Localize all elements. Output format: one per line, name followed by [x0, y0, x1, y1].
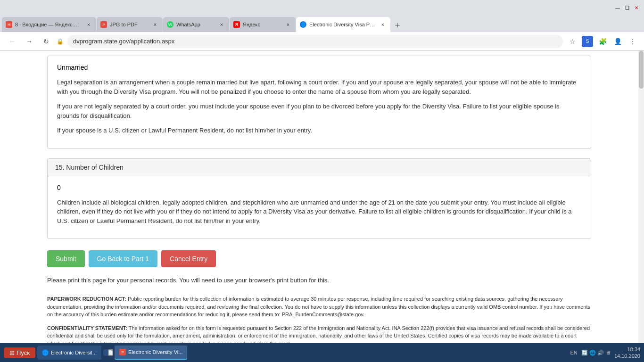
extension-icon[interactable]: S: [582, 36, 593, 47]
title-bar: — ❑ ✕: [0, 0, 644, 15]
minimize-button[interactable]: —: [614, 4, 621, 11]
legal-sep-text-1: Legal separation is an arrangement when …: [57, 78, 581, 96]
taskbar: ⊞ Пуск 🌐 Electronic Diversit... 📄 P Elec…: [0, 343, 644, 362]
ya-favicon: Я: [233, 21, 240, 28]
taskbar-item-2[interactable]: 📄: [103, 349, 113, 356]
page-content: Unmarried Legal separation is an arrange…: [0, 51, 644, 362]
taskbar-icons: 🔄 🌐 🔊 🖥: [581, 350, 611, 356]
tab-wa-title: WhatsApp: [176, 22, 200, 27]
window-controls[interactable]: — ❑ ✕: [614, 4, 640, 11]
marital-value: Unmarried: [57, 64, 581, 71]
children-description: Children include all biological children…: [57, 198, 581, 226]
clock-date: 14.10.2020: [614, 353, 640, 359]
tab-pdf[interactable]: P JPG to PDF ×: [97, 17, 163, 32]
children-body: 0 Children include all biological childr…: [48, 176, 591, 239]
taskbar-label-1: Electronic Diversit...: [51, 350, 97, 355]
lock-icon: 🔒: [57, 38, 64, 45]
marital-section: Unmarried Legal separation is an arrange…: [47, 56, 591, 149]
tab-edv[interactable]: 🌐 Electronic Diversity Visa Program ×: [296, 17, 390, 32]
back-to-part1-button[interactable]: Go Back to Part 1: [89, 250, 158, 267]
back-button[interactable]: ←: [6, 35, 19, 48]
taskbar-label-3: Electronic Diversity Vi...: [128, 349, 182, 355]
taskbar-right: EN 🔄 🌐 🔊 🖥 18:34 14.10.2020: [570, 346, 640, 360]
print-notice: Please print this page for your personal…: [47, 277, 591, 284]
tab-edv-close[interactable]: ×: [379, 21, 387, 28]
reload-button[interactable]: ↻: [40, 35, 53, 48]
wa-favicon: W: [167, 21, 173, 28]
tab-mail[interactable]: ✉ 8 · Входящие — Яндекс.Почта ×: [2, 17, 96, 32]
extensions-icon[interactable]: 🧩: [597, 36, 608, 47]
mail-favicon: ✉: [6, 21, 12, 28]
children-value: 0: [57, 184, 581, 191]
legal-sep-text-2: If you are not legally separated by a co…: [57, 102, 581, 120]
tab-pdf-close[interactable]: ×: [151, 21, 159, 28]
submit-button[interactable]: Submit: [47, 250, 85, 267]
tab-mail-title: 8 · Входящие — Яндекс.Почта: [15, 22, 82, 27]
tab-yandex[interactable]: Я Яндекс ×: [230, 17, 296, 32]
bookmark-icon[interactable]: ☆: [567, 36, 578, 47]
account-icon[interactable]: 👤: [612, 36, 623, 47]
tab-ya-close[interactable]: ×: [284, 21, 292, 28]
scroll-thumb[interactable]: [639, 51, 644, 89]
menu-icon[interactable]: ⋮: [627, 36, 638, 47]
taskbar-favicon-1: 🌐: [42, 349, 49, 356]
new-tab-button[interactable]: +: [391, 19, 404, 32]
children-header: 15. Number of Children: [48, 159, 591, 176]
pdf-favicon: P: [100, 21, 107, 28]
tab-bar: ✉ 8 · Входящие — Яндекс.Почта × P JPG to…: [0, 15, 644, 32]
paperwork-section: PAPERWORK REDUCTION ACT: Public reportin…: [47, 295, 591, 319]
taskbar-item-3[interactable]: P Electronic Diversity Vi...: [115, 346, 187, 360]
tab-ya-title: Яндекс: [243, 22, 260, 27]
restore-button[interactable]: ❑: [623, 4, 631, 11]
button-row: Submit Go Back to Part 1 Cancel Entry: [47, 250, 591, 267]
cancel-entry-button[interactable]: Cancel Entry: [161, 250, 216, 267]
address-bar: ← → ↻ 🔒 ☆ S 🧩 👤 ⋮: [0, 32, 644, 51]
tab-whatsapp[interactable]: W WhatsApp ×: [163, 17, 229, 32]
taskbar-item-1[interactable]: 🌐 Electronic Diversit...: [37, 346, 101, 360]
tab-wa-close[interactable]: ×: [218, 21, 225, 28]
forward-button[interactable]: →: [23, 35, 36, 48]
tab-mail-close[interactable]: ×: [85, 21, 92, 28]
start-label: Пуск: [17, 349, 30, 356]
tab-pdf-title: JPG to PDF: [110, 22, 138, 27]
taskbar-lang: EN: [570, 350, 577, 355]
taskbar-clock: 18:34 14.10.2020: [614, 346, 640, 360]
start-button[interactable]: ⊞ Пуск: [4, 347, 35, 358]
scrollbar[interactable]: [638, 51, 644, 362]
taskbar-favicon-3: P: [119, 349, 126, 355]
paperwork-text: Public reporting burden for this collect…: [47, 296, 590, 317]
legal-sep-text-3: If your spouse is a U.S. citizen or Lawf…: [57, 126, 581, 135]
tab-edv-title: Electronic Diversity Visa Program: [309, 22, 376, 27]
confidentiality-label: CONFIDENTIALITY STATEMENT:: [47, 325, 127, 331]
paperwork-label: PAPERWORK REDUCTION ACT:: [47, 296, 126, 302]
close-button[interactable]: ✕: [633, 4, 640, 11]
start-icon: ⊞: [9, 349, 15, 356]
taskbar-favicon-2: 📄: [108, 349, 113, 356]
url-input[interactable]: [67, 35, 563, 48]
children-section: 15. Number of Children 0 Children includ…: [47, 158, 591, 239]
address-icons: ☆ S 🧩 👤 ⋮: [567, 36, 638, 47]
globe-favicon: 🌐: [300, 21, 306, 28]
clock-time: 18:34: [614, 346, 640, 353]
